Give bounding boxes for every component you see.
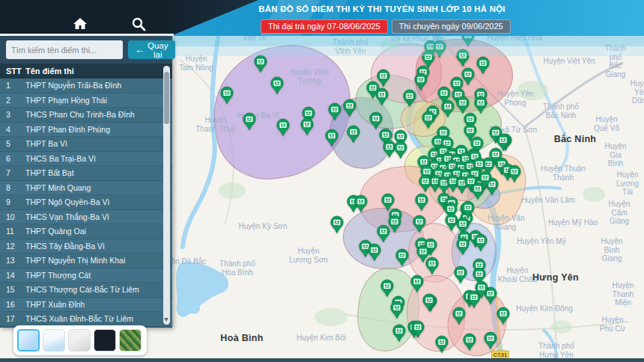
exam-site-marker-icon[interactable] — [368, 243, 382, 262]
table-row[interactable]: 10THCS Vạn Thắng-Ba Vì — [0, 210, 172, 225]
table-row[interactable]: 17THCS Xuân Đỉnh-Bắc Từ Liêm — [0, 312, 172, 327]
row-stt: 7 — [0, 168, 25, 177]
exam-site-marker-icon[interactable] — [456, 237, 470, 256]
exam-site-marker-icon[interactable] — [419, 174, 433, 193]
row-school-name: THPT Xuân Đỉnh — [25, 300, 172, 309]
exam-site-marker-icon[interactable] — [392, 324, 407, 343]
sidebar-scrollbar[interactable] — [163, 66, 170, 325]
exam-site-marker-icon[interactable] — [354, 194, 368, 213]
exam-site-marker-icon[interactable] — [375, 88, 389, 106]
back-arrow-icon: ← — [135, 45, 145, 55]
table-row[interactable]: 11THPT Quảng Oai — [0, 224, 172, 239]
exam-site-marker-icon[interactable] — [456, 49, 470, 67]
row-stt: 1 — [0, 81, 25, 90]
exam-site-marker-icon[interactable] — [479, 171, 493, 189]
exam-site-marker-icon[interactable] — [254, 55, 268, 73]
basemap-dark-thumbnail[interactable] — [94, 329, 116, 352]
exam-site-marker-icon[interactable] — [435, 335, 449, 354]
exam-site-marker-icon[interactable] — [422, 111, 436, 129]
table-row[interactable]: 13THPT Nguyễn Thị Minh Khai — [0, 254, 172, 269]
exam-site-marker-icon[interactable] — [422, 293, 437, 312]
exam-site-marker-icon[interactable] — [461, 200, 476, 219]
exam-site-marker-icon[interactable] — [474, 233, 488, 252]
table-row[interactable]: 4THPT Phan Đình Phùng — [0, 123, 172, 138]
table-row[interactable]: 3THCS Phan Chu Trinh-Ba Đình — [0, 108, 172, 123]
exam-site-marker-icon[interactable] — [390, 301, 404, 319]
exam-site-marker-icon[interactable] — [377, 69, 391, 88]
exam-site-marker-icon[interactable] — [328, 102, 342, 121]
exam-site-marker-icon[interactable] — [415, 193, 429, 212]
exam-site-marker-icon[interactable] — [410, 274, 425, 293]
exam-site-marker-icon[interactable] — [330, 215, 344, 234]
terrain-patch — [380, 39, 400, 51]
exam-date-button-specialized[interactable]: Thi chuyên ngày 09/06/2025 — [392, 19, 511, 34]
exam-site-marker-icon[interactable] — [300, 117, 315, 136]
exam-site-marker-icon[interactable] — [496, 307, 511, 325]
table-row[interactable]: 2THPT Phạm Hồng Thái — [0, 93, 172, 108]
row-stt: 12 — [0, 242, 25, 251]
exam-site-marker-icon[interactable] — [413, 215, 427, 233]
header-bar: BẢN ĐỒ SỐ ĐIỂM THI KỲ THI TUYỂN SINH LỚP… — [0, 0, 644, 36]
app-window: Việt TrìHuyện Tam NôngThành phố Vĩnh Yên… — [0, 0, 644, 362]
bottom-attribution-bar — [0, 358, 644, 362]
exam-site-marker-icon[interactable] — [476, 56, 490, 75]
row-school-name: THPT Thượng Cát — [25, 271, 172, 280]
exam-site-marker-icon[interactable] — [463, 333, 477, 352]
terrain-patch — [517, 81, 548, 100]
table-row[interactable]: 9THPT Ngô Quyền-Ba Vì — [0, 195, 172, 210]
row-school-name: THCS Xuân Đỉnh-Bắc Từ Liêm — [25, 314, 172, 323]
row-school-name: THPT Bất Bạt — [25, 168, 172, 177]
table-row[interactable]: 15THCS Thượng Cát-Bắc Từ Liêm — [0, 283, 172, 298]
exam-sites-table: STT Tên điểm thi 1THPT Nguyễn Trãi-Ba Đì… — [0, 64, 172, 327]
home-icon[interactable] — [71, 15, 89, 33]
back-button-label: Quay lại — [148, 41, 168, 59]
table-row[interactable]: 1THPT Nguyễn Trãi-Ba Đình — [0, 79, 172, 93]
back-button[interactable]: ← Quay lại — [128, 40, 175, 59]
row-stt: 9 — [0, 197, 25, 206]
row-school-name: THPT Ngô Quyền-Ba Vì — [25, 197, 172, 206]
exam-site-marker-icon[interactable] — [394, 141, 408, 159]
basemap-light-thumbnail[interactable] — [43, 329, 65, 352]
exam-site-marker-icon[interactable] — [325, 129, 339, 147]
exam-site-marker-icon[interactable] — [270, 76, 285, 95]
search-input[interactable] — [6, 40, 123, 59]
table-row[interactable]: 12THCS Tây Đằng-Ba Vì — [0, 239, 172, 254]
basemap-satellite-thumbnail[interactable] — [119, 329, 142, 352]
exam-site-marker-icon[interactable] — [220, 86, 234, 105]
exam-date-button-main[interactable]: Thi đại trà ngày 07-08/06/2025 — [261, 19, 388, 34]
exam-site-marker-icon[interactable] — [414, 73, 428, 91]
table-row[interactable]: 14THPT Thượng Cát — [0, 269, 172, 283]
exam-site-marker-icon[interactable] — [441, 99, 455, 118]
scrollbar-down-arrow[interactable] — [163, 316, 170, 323]
exam-site-marker-icon[interactable] — [377, 224, 391, 243]
exam-site-marker-icon[interactable] — [276, 118, 291, 137]
exam-site-marker-icon[interactable] — [411, 320, 425, 339]
row-stt: 16 — [0, 300, 25, 309]
row-school-name: THPT Phạm Hồng Thái — [25, 96, 172, 105]
exam-site-marker-icon[interactable] — [425, 257, 440, 275]
table-row[interactable]: 6THCS Ba Trại-Ba Vì — [0, 152, 172, 167]
scrollbar-thumb[interactable] — [164, 72, 169, 124]
row-stt: 4 — [0, 125, 25, 134]
table-row[interactable]: 16THPT Xuân Đỉnh — [0, 298, 172, 313]
exam-site-marker-icon[interactable] — [343, 99, 357, 117]
exam-site-marker-icon[interactable] — [484, 331, 498, 350]
row-school-name: THCS Thượng Cát-Bắc Từ Liêm — [25, 285, 172, 294]
search-icon[interactable] — [130, 15, 148, 33]
exam-site-marker-icon[interactable] — [454, 266, 468, 284]
row-school-name: THCS Ba Trại-Ba Vì — [25, 154, 172, 163]
exam-site-marker-icon[interactable] — [243, 112, 257, 131]
table-row[interactable]: 7THPT Bất Bạt — [0, 166, 172, 181]
table-row[interactable]: 5THPT Ba Vì — [0, 137, 172, 152]
basemap-gray-thumbnail[interactable] — [68, 329, 91, 352]
row-stt: 2 — [0, 96, 25, 105]
row-stt: 17 — [0, 314, 25, 323]
exam-site-marker-icon[interactable] — [508, 165, 522, 183]
exam-site-marker-icon[interactable] — [452, 307, 467, 325]
exam-site-marker-icon[interactable] — [347, 125, 361, 144]
exam-site-marker-icon[interactable] — [475, 280, 489, 299]
exam-site-marker-icon[interactable] — [395, 248, 410, 267]
table-row[interactable]: 8THPT Minh Quang — [0, 181, 172, 196]
exam-site-marker-icon[interactable] — [403, 89, 417, 108]
basemap-blue-thumbnail[interactable] — [17, 329, 40, 352]
